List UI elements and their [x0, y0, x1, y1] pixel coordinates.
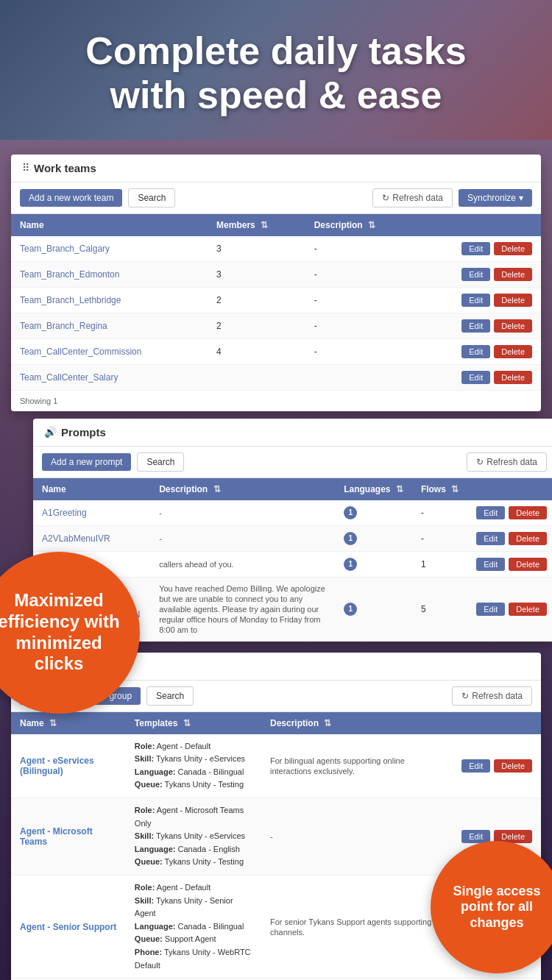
delete-button[interactable]: Delete: [509, 558, 547, 571]
col-actions: [467, 478, 552, 500]
edit-button[interactable]: Edit: [461, 294, 490, 307]
edit-button[interactable]: Edit: [461, 345, 490, 358]
prompts-title: Prompts: [61, 426, 106, 438]
template-groups-refresh-button[interactable]: ↻ Refresh data: [452, 686, 532, 706]
team-actions: Edit Delete: [417, 313, 541, 338]
delete-button[interactable]: Delete: [494, 319, 532, 333]
prompt-actions: Edit Delete: [467, 525, 552, 551]
delete-button[interactable]: Delete: [509, 603, 547, 616]
edit-button[interactable]: Edit: [476, 506, 505, 519]
table-row: A2VLabMenuIVR - 1 - Edit Delete: [33, 525, 552, 551]
template-group-templates: Role: Agent - Microsoft Teams OnlySkill:…: [126, 798, 261, 875]
edit-button[interactable]: Edit: [461, 268, 490, 281]
team-name: Team_CallCenter_Commission: [11, 338, 208, 364]
template-group-actions: Edit Delete: [453, 734, 541, 798]
prompt-flows: 1: [412, 551, 467, 577]
table-row: Team_Branch_Regina 2 - Edit Delete: [11, 313, 541, 338]
refresh-icon: ↻: [382, 193, 389, 203]
workteams-panel-header: ⠿ Work teams: [11, 155, 541, 182]
team-actions: Edit Delete: [417, 338, 541, 364]
workteams-refresh-button[interactable]: ↻ Refresh data: [372, 188, 453, 207]
template-group-name: Agent - Senior Support: [11, 875, 126, 978]
delete-button[interactable]: Delete: [494, 294, 532, 307]
template-group-name-link[interactable]: Agent - eServices (Bilingual): [20, 756, 94, 776]
prompts-toolbar: Add a new prompt Search ↻ Refresh data: [33, 447, 552, 478]
workteams-showing: Showing 1: [11, 391, 541, 411]
edit-button[interactable]: Edit: [461, 759, 490, 773]
prompt-description: -: [150, 500, 335, 526]
workteams-icon: ⠿: [22, 162, 29, 174]
content-area: ⠿ Work teams Add a new work team Search …: [0, 140, 552, 980]
col-actions: [453, 712, 541, 734]
delete-button[interactable]: Delete: [494, 759, 532, 773]
team-description: -: [305, 236, 417, 262]
refresh-icon: ↻: [461, 691, 469, 701]
table-row: Team_Branch_Lethbridge 2 - Edit Delete: [11, 287, 541, 313]
col-templates: Templates ⇅: [126, 712, 261, 734]
team-name-link[interactable]: Team_CallCenter_Commission: [20, 347, 141, 357]
edit-button[interactable]: Edit: [476, 558, 505, 571]
workteams-sync-button[interactable]: Synchronize ▾: [459, 189, 532, 207]
edit-button[interactable]: Edit: [461, 319, 490, 333]
edit-button[interactable]: Edit: [476, 603, 505, 616]
prompt-name: A2VLabMenuIVR: [33, 525, 150, 551]
workteams-search-button[interactable]: Search: [128, 188, 175, 207]
team-members: 3: [208, 236, 305, 262]
template-group-name: Agent - Microsoft Teams: [11, 798, 126, 875]
prompt-languages: 1: [335, 551, 412, 577]
template-group-name-link[interactable]: Agent - Senior Support: [20, 922, 116, 932]
delete-button[interactable]: Delete: [509, 532, 547, 545]
delete-button[interactable]: Delete: [494, 268, 532, 281]
col-flows: Flows ⇅: [412, 478, 467, 500]
workteams-title: Work teams: [34, 162, 96, 174]
team-name: Team_Branch_Calgary: [11, 236, 208, 262]
team-name-link[interactable]: Team_Branch_Regina: [20, 321, 107, 331]
col-actions: [417, 214, 541, 236]
delete-button[interactable]: Delete: [494, 371, 532, 384]
prompt-languages: 1: [335, 500, 412, 526]
add-workteam-button[interactable]: Add a new work team: [20, 189, 122, 207]
team-members: [208, 364, 305, 390]
team-description: [305, 364, 417, 390]
prompt-actions: Edit Delete: [467, 500, 552, 526]
team-members: 3: [208, 261, 305, 287]
template-group-description: For bilingual agents supporting online i…: [261, 734, 453, 798]
team-name: Team_CallCenter_Salary: [11, 364, 208, 390]
prompt-name-link[interactable]: A2VLabMenuIVR: [42, 533, 110, 544]
col-languages: Languages ⇅: [335, 478, 412, 500]
team-name-link[interactable]: Team_CallCenter_Salary: [20, 372, 118, 383]
prompt-name-link[interactable]: A1Greeting: [42, 508, 87, 518]
team-members: 2: [208, 287, 305, 313]
team-members: 4: [208, 338, 305, 364]
team-name-link[interactable]: Team_Branch_Calgary: [20, 244, 110, 254]
team-name: Team_Branch_Lethbridge: [11, 287, 208, 313]
team-name-link[interactable]: Team_Branch_Edmonton: [20, 269, 119, 280]
delete-button[interactable]: Delete: [509, 506, 547, 519]
template-group-name: Agent - eServices (Bilingual): [11, 734, 126, 798]
workteams-table: Name Members ⇅ Description ⇅ Team_Branch…: [11, 214, 541, 391]
prompts-refresh-button[interactable]: ↻ Refresh data: [467, 452, 547, 472]
template-group-description: -: [261, 798, 453, 875]
team-name-link[interactable]: Team_Branch_Lethbridge: [20, 295, 121, 305]
team-members: 2: [208, 313, 305, 338]
prompts-table-header: Name Description ⇅ Languages ⇅ Flows ⇅: [33, 478, 552, 500]
template-groups-search-button[interactable]: Search: [146, 686, 194, 706]
edit-button[interactable]: Edit: [476, 532, 505, 545]
team-description: -: [305, 338, 417, 364]
workteams-toolbar: Add a new work team Search ↻ Refresh dat…: [11, 182, 541, 214]
team-name: Team_Branch_Regina: [11, 313, 208, 338]
prompt-description: callers ahead of you.: [150, 551, 335, 577]
team-description: -: [305, 261, 417, 287]
team-description: -: [305, 313, 417, 338]
add-prompt-button[interactable]: Add a new prompt: [42, 453, 131, 471]
edit-button[interactable]: Edit: [461, 242, 490, 255]
prompts-icon: 🔊: [44, 426, 57, 438]
template-groups-table-header: Name ⇅ Templates ⇅ Description ⇅: [11, 712, 541, 734]
prompts-search-button[interactable]: Search: [137, 452, 184, 472]
edit-button[interactable]: Edit: [461, 371, 490, 384]
delete-button[interactable]: Delete: [494, 345, 532, 358]
delete-button[interactable]: Delete: [494, 242, 532, 255]
prompt-languages: 1: [335, 525, 412, 551]
template-group-name-link[interactable]: Agent - Microsoft Teams: [20, 826, 93, 847]
col-name: Name: [33, 478, 150, 500]
